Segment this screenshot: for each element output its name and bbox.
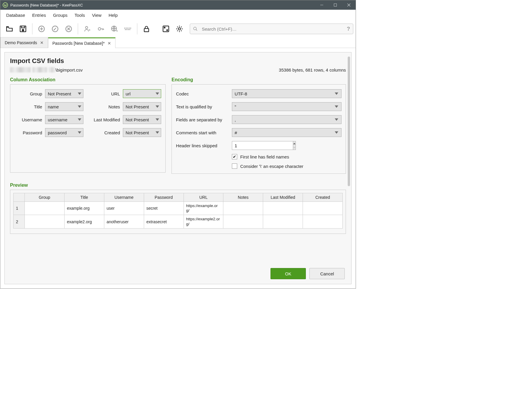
checkbox-escape-label: Consider '\' an escape character: [240, 164, 303, 169]
cancel-button[interactable]: Cancel: [309, 268, 345, 279]
spin-header-lines[interactable]: [232, 141, 279, 150]
combo-title[interactable]: name: [45, 102, 83, 111]
password-generator-button[interactable]: [159, 22, 173, 36]
close-icon[interactable]: ✕: [108, 41, 111, 46]
minimize-button[interactable]: [315, 0, 329, 10]
copy-url-button[interactable]: [108, 22, 121, 36]
label-group: Group: [14, 91, 42, 96]
col-notes[interactable]: Notes: [223, 193, 263, 202]
svg-point-5: [22, 29, 24, 31]
check-first-line-row: First line has field names: [232, 154, 342, 159]
chevron-down-icon: [156, 131, 159, 134]
col-url[interactable]: URL: [184, 193, 223, 202]
redacted-path: [32, 67, 47, 72]
combo-password[interactable]: password: [45, 128, 83, 137]
chevron-down-icon: [78, 118, 81, 121]
chevron-down-icon: [335, 92, 338, 95]
col-last-modified[interactable]: Last Modified: [263, 193, 303, 202]
col-group[interactable]: Group: [25, 193, 65, 202]
copy-username-button[interactable]: [80, 22, 94, 36]
page-title: Import CSV fields: [10, 57, 346, 65]
menu-database[interactable]: Database: [3, 11, 29, 19]
lock-database-button[interactable]: [140, 22, 153, 36]
chevron-down-icon: [335, 118, 338, 121]
combo-separator[interactable]: ,: [232, 115, 342, 124]
save-database-button[interactable]: [16, 22, 30, 36]
toolbar-separator: [78, 23, 78, 34]
combo-codec[interactable]: UTF-8: [232, 89, 342, 98]
svg-rect-19: [129, 28, 130, 29]
col-rownum[interactable]: [14, 193, 25, 202]
tab-demo-passwords[interactable]: Demo Passwords ✕: [0, 37, 48, 48]
database-tabs: Demo Passwords ✕ Passwords [New Database…: [0, 37, 356, 48]
ok-button[interactable]: OK: [270, 268, 306, 279]
label-qualifier: Text is qualified by: [176, 104, 229, 109]
combo-comments[interactable]: #: [232, 128, 342, 137]
chevron-down-icon: [156, 118, 159, 121]
spin-down-icon[interactable]: [293, 145, 296, 150]
import-csv-panel: Import CSV fields \bigimport.csv 35386 b…: [4, 52, 352, 284]
window-title: Passwords [New Database]* - KeePassXC: [10, 3, 315, 7]
label-notes: Notes: [86, 104, 120, 109]
combo-url[interactable]: url: [123, 89, 161, 98]
menu-tools[interactable]: Tools: [71, 11, 88, 19]
svg-point-13: [85, 27, 88, 29]
combo-qualifier[interactable]: ": [232, 102, 342, 111]
col-title[interactable]: Title: [64, 193, 104, 202]
settings-button[interactable]: [173, 22, 186, 36]
svg-line-31: [196, 29, 197, 31]
search-box[interactable]: ?: [190, 24, 353, 34]
col-created[interactable]: Created: [303, 193, 343, 202]
combo-notes[interactable]: Not Present: [123, 102, 161, 111]
spin-buttons[interactable]: [293, 141, 296, 150]
search-help-icon[interactable]: ?: [347, 26, 350, 32]
tab-new-database[interactable]: Passwords [New Database]* ✕: [48, 37, 116, 48]
table-row[interactable]: 1 example.org user secret https://exampl…: [14, 202, 343, 215]
main-area: Import CSV fields \bigimport.csv 35386 b…: [0, 48, 356, 288]
open-database-button[interactable]: [3, 22, 16, 36]
new-entry-button[interactable]: [35, 22, 48, 36]
svg-point-29: [178, 28, 181, 30]
close-window-button[interactable]: [342, 0, 356, 10]
tab-label: Demo Passwords: [5, 40, 37, 45]
edit-entry-button[interactable]: [48, 22, 62, 36]
tab-label: Passwords [New Database]*: [52, 41, 105, 46]
svg-rect-25: [144, 29, 149, 32]
col-password[interactable]: Password: [144, 193, 184, 202]
menu-groups[interactable]: Groups: [50, 11, 71, 19]
menu-help[interactable]: Help: [105, 11, 121, 19]
svg-rect-18: [127, 28, 128, 29]
svg-rect-24: [129, 29, 130, 30]
app-window: Passwords [New Database]* - KeePassXC Da…: [0, 0, 356, 289]
maximize-button[interactable]: [329, 0, 342, 10]
check-escape-row: Consider '\' an escape character: [232, 163, 342, 169]
svg-point-28: [167, 30, 168, 31]
menu-entries[interactable]: Entries: [29, 11, 50, 19]
delete-entry-button[interactable]: [62, 22, 75, 36]
combo-username[interactable]: username: [45, 115, 83, 124]
checkbox-first-line[interactable]: [232, 154, 237, 159]
autotype-button[interactable]: [121, 22, 135, 36]
assoc-groupbox: Group Not Present URL url Title name Not…: [10, 84, 166, 173]
table-row[interactable]: 2 example2.org anotheruser extrasecret h…: [14, 215, 343, 228]
header-skip-input[interactable]: [232, 141, 293, 150]
file-info-line: \bigimport.csv 35386 bytes, 681 rows, 4 …: [10, 67, 346, 72]
spin-up-icon[interactable]: [293, 141, 296, 145]
chevron-down-icon: [156, 105, 159, 108]
combo-group[interactable]: Not Present: [45, 89, 83, 98]
combo-created[interactable]: Not Present: [123, 128, 161, 137]
checkbox-escape[interactable]: [232, 163, 237, 169]
svg-rect-17: [126, 28, 127, 29]
label-title: Title: [14, 104, 42, 109]
scrollbar[interactable]: [348, 57, 350, 186]
col-username[interactable]: Username: [104, 193, 144, 202]
label-password: Password: [14, 130, 42, 135]
close-icon[interactable]: ✕: [40, 40, 44, 45]
copy-password-button[interactable]: [94, 22, 108, 36]
preview-groupbox: Group Title Username Password URL Notes …: [10, 190, 346, 234]
encoding-groupbox: Codec UTF-8 Text is qualified by " Field…: [171, 84, 346, 174]
svg-rect-1: [334, 4, 337, 6]
menu-view[interactable]: View: [88, 11, 105, 19]
search-input[interactable]: [202, 27, 347, 32]
combo-last-modified[interactable]: Not Present: [123, 115, 161, 124]
